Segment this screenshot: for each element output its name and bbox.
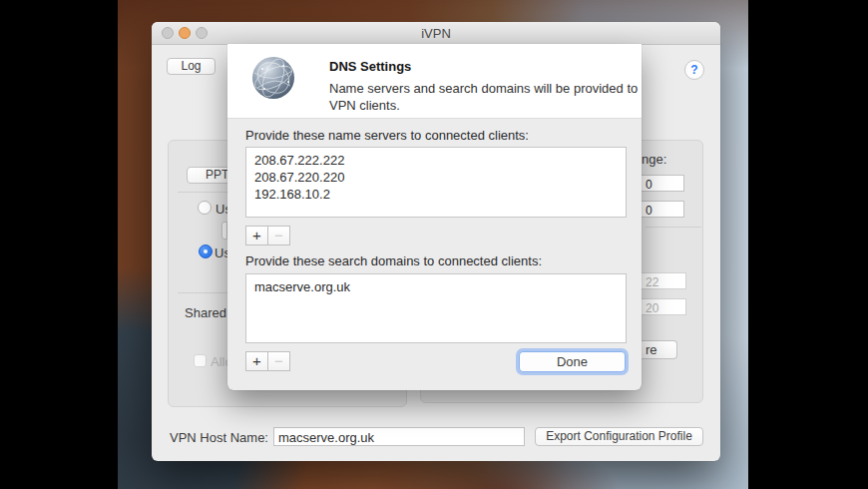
sheet-description: Name servers and search domains will be … xyxy=(329,80,638,114)
name-servers-add-remove: + − xyxy=(245,226,290,245)
allow-checkbox[interactable] xyxy=(194,354,207,367)
dns-field-2-disabled[interactable]: 20 xyxy=(642,298,686,315)
remove-search-domain-button[interactable]: − xyxy=(267,351,290,371)
window-title: iVPN xyxy=(152,26,720,41)
sheet-title: DNS Settings xyxy=(329,59,411,74)
dns-field-1-disabled[interactable]: 22 xyxy=(642,272,686,289)
sheet-description-line1: Name servers and search domains will be … xyxy=(329,81,638,96)
configure-button-fragment[interactable]: re xyxy=(642,340,677,359)
add-search-domain-button[interactable]: + xyxy=(245,351,268,371)
sheet-description-line2: VPN clients. xyxy=(329,98,400,113)
screen: iVPN Log ? PPT Us Us Shared S Allo nge: … xyxy=(0,0,868,489)
name-servers-label: Provide these name servers to connected … xyxy=(245,128,529,143)
log-button[interactable]: Log xyxy=(167,58,216,75)
radio-option-1-label: Us xyxy=(216,202,227,217)
radio-option-1[interactable] xyxy=(198,201,212,215)
range-start-field[interactable]: 0 xyxy=(642,175,684,192)
list-item[interactable]: macserve.org.uk xyxy=(254,278,618,295)
network-globe-icon xyxy=(250,55,296,101)
divider xyxy=(178,292,227,293)
radio-option-2-label: Us xyxy=(215,245,227,260)
list-item[interactable]: 208.67.222.222 xyxy=(254,152,618,169)
search-domains-list[interactable]: macserve.org.uk xyxy=(245,273,627,343)
list-item[interactable]: 192.168.10.2 xyxy=(254,186,618,203)
vpn-host-name-field[interactable]: macserve.org.uk xyxy=(273,427,525,446)
titlebar[interactable]: iVPN xyxy=(152,22,720,45)
vpn-host-name-label: VPN Host Name: xyxy=(170,430,268,445)
range-end-field[interactable]: 0 xyxy=(642,201,684,218)
divider xyxy=(178,192,227,193)
sheet-header: DNS Settings Name servers and search dom… xyxy=(227,44,642,119)
export-configuration-profile-button[interactable]: Export Configuration Profile xyxy=(535,427,703,446)
shared-secret-label: Shared S xyxy=(185,305,227,320)
address-range-label: nge: xyxy=(642,152,667,167)
search-domains-label: Provide these search domains to connecte… xyxy=(245,253,542,268)
list-item[interactable]: 208.67.220.220 xyxy=(254,169,618,186)
remove-name-server-button[interactable]: − xyxy=(267,226,290,245)
add-name-server-button[interactable]: + xyxy=(245,226,268,245)
search-domains-add-remove: + − xyxy=(245,351,290,371)
allow-checkbox-label: Allo xyxy=(211,354,227,369)
help-button[interactable]: ? xyxy=(684,60,704,80)
name-servers-list[interactable]: 208.67.222.222 208.67.220.220 192.168.10… xyxy=(245,147,627,218)
done-button[interactable]: Done xyxy=(519,351,626,372)
dns-settings-sheet: DNS Settings Name servers and search dom… xyxy=(227,44,642,390)
radio-option-2-selected[interactable] xyxy=(199,244,213,258)
divider xyxy=(646,227,701,228)
